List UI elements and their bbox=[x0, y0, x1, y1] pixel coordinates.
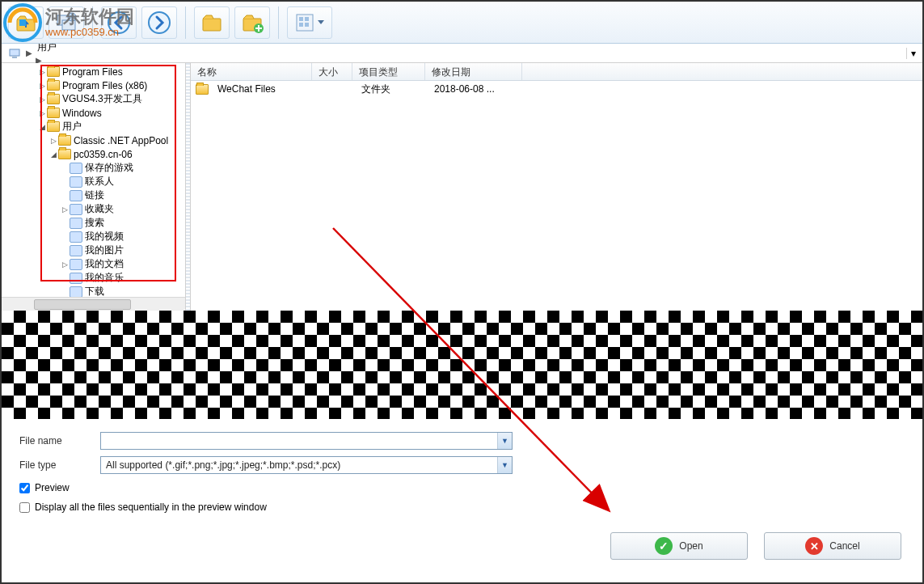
check-circle-icon bbox=[655, 537, 673, 555]
filetype-value: All supported (*.gif;*.png;*.jpg;*.jpeg;… bbox=[101, 457, 497, 473]
tree-node-label: Program Files bbox=[62, 66, 123, 78]
collapse-icon[interactable]: ◢ bbox=[49, 150, 58, 159]
nav-forward-button[interactable] bbox=[141, 6, 177, 39]
tree-node[interactable]: ▷Classic .NET AppPool bbox=[3, 133, 185, 147]
item-icon bbox=[70, 273, 82, 284]
filename-dropdown-button[interactable]: ▼ bbox=[497, 433, 512, 449]
svg-rect-15 bbox=[305, 23, 309, 27]
file-list-body: WeChat Files文件夹2018-06-08 ... bbox=[191, 81, 922, 311]
tree-node[interactable]: ▷我的文档 bbox=[3, 257, 185, 271]
tree-node[interactable]: ◢pc0359.cn-06 bbox=[3, 147, 185, 161]
column-header-name[interactable]: 名称 bbox=[191, 63, 312, 80]
cell-type: 文件夹 bbox=[355, 83, 428, 96]
main-toolbar bbox=[2, 2, 922, 44]
file-list-header: 名称大小项目类型修改日期 bbox=[191, 63, 922, 81]
up-folder-button[interactable] bbox=[8, 6, 44, 39]
cancel-button[interactable]: Cancel bbox=[764, 532, 901, 560]
expand-icon[interactable]: ▷ bbox=[60, 205, 70, 214]
folder-icon bbox=[47, 80, 60, 91]
tree-node[interactable]: 我的视频 bbox=[3, 230, 185, 243]
folder-icon bbox=[47, 66, 60, 77]
open-folder-button[interactable] bbox=[194, 6, 230, 39]
tree-node-label: 我的文档 bbox=[85, 257, 124, 271]
column-header-size[interactable]: 大小 bbox=[312, 63, 352, 80]
sequential-checkbox[interactable] bbox=[19, 502, 30, 513]
tree-node-label: VGUS4.3开发工具 bbox=[62, 92, 142, 106]
expand-icon[interactable]: ▷ bbox=[49, 137, 58, 145]
new-folder-button[interactable] bbox=[234, 6, 270, 39]
filename-input[interactable] bbox=[101, 433, 497, 449]
file-list-panel: 名称大小项目类型修改日期 WeChat Files文件夹2018-06-08 .… bbox=[191, 63, 922, 311]
tree-node[interactable]: 链接 bbox=[3, 188, 185, 202]
tree-node[interactable]: 联系人 bbox=[3, 175, 185, 188]
preview-checkbox-label[interactable]: Preview bbox=[35, 482, 70, 493]
tree-node-label: Classic .NET AppPool bbox=[74, 135, 168, 146]
back-arrow-icon bbox=[107, 11, 131, 35]
svg-rect-13 bbox=[305, 17, 309, 21]
filetype-dropdown-button[interactable]: ▼ bbox=[497, 457, 512, 473]
svg-point-7 bbox=[149, 12, 170, 33]
item-icon bbox=[70, 245, 82, 256]
tree-node[interactable]: ▷收藏夹 bbox=[3, 202, 185, 216]
view-options-icon bbox=[295, 12, 324, 33]
preview-checkerboard bbox=[2, 311, 922, 419]
tree-node[interactable]: 保存的游戏 bbox=[3, 161, 185, 175]
tree-node[interactable]: ▷Program Files bbox=[3, 65, 185, 78]
tree-node[interactable]: 我的图片 bbox=[3, 243, 185, 257]
filetype-label: File type bbox=[19, 459, 100, 471]
tree-node[interactable]: ▷VGUS4.3开发工具 bbox=[3, 92, 185, 106]
expand-icon[interactable]: ▷ bbox=[37, 109, 47, 117]
tree-node-label: 搜索 bbox=[85, 216, 104, 230]
up-folder-icon bbox=[15, 11, 37, 34]
filetype-combo[interactable]: All supported (*.gif;*.png;*.jpg;*.jpeg;… bbox=[100, 456, 513, 474]
tree-node[interactable]: ▷Program Files (x86) bbox=[3, 78, 185, 92]
folder-tree-panel: ▷Program Files▷Program Files (x86)▷VGUS4… bbox=[2, 63, 186, 311]
breadcrumb-bar: ▶ 计算机▶WIN7 (C:)▶用户▶pc0359.cn-06▶我的文档▶ ▾ bbox=[2, 44, 922, 63]
tree-node-label: 收藏夹 bbox=[85, 202, 114, 216]
svg-rect-12 bbox=[299, 17, 303, 21]
svg-rect-17 bbox=[12, 57, 17, 58]
expand-icon[interactable]: ▷ bbox=[37, 68, 47, 76]
item-icon bbox=[70, 259, 82, 270]
folder-icon bbox=[196, 84, 209, 95]
tree-node-label: 联系人 bbox=[85, 175, 114, 188]
breadcrumb-root-icon[interactable] bbox=[5, 47, 24, 60]
item-icon bbox=[70, 176, 82, 188]
svg-point-6 bbox=[108, 12, 129, 33]
tree-node[interactable]: 下载 bbox=[3, 285, 185, 297]
column-header-type[interactable]: 项目类型 bbox=[352, 63, 425, 80]
new-folder-icon bbox=[241, 11, 264, 34]
tree-node[interactable]: ▷Windows bbox=[3, 106, 185, 120]
nav-back-button[interactable] bbox=[101, 6, 137, 39]
svg-rect-4 bbox=[62, 20, 75, 30]
folder-icon bbox=[58, 135, 71, 146]
tree-node-label: 我的视频 bbox=[85, 230, 124, 243]
preview-checkbox[interactable] bbox=[19, 483, 30, 493]
tree-node[interactable]: ◢用户 bbox=[3, 120, 185, 133]
dialog-bottom-panel: File name ▼ File type All supported (*.g… bbox=[2, 419, 922, 568]
folder-icon bbox=[200, 11, 223, 34]
chevron-right-icon: ▶ bbox=[26, 49, 32, 57]
tree-node-label: 我的图片 bbox=[85, 243, 124, 257]
breadcrumb-dropdown[interactable]: ▾ bbox=[906, 48, 919, 59]
open-button[interactable]: Open bbox=[610, 532, 748, 560]
item-icon bbox=[70, 163, 82, 174]
svg-rect-16 bbox=[10, 49, 19, 56]
folder-icon bbox=[47, 108, 60, 118]
expand-icon[interactable]: ▷ bbox=[60, 260, 70, 269]
view-options-button[interactable] bbox=[287, 6, 332, 39]
expand-icon[interactable]: ▷ bbox=[37, 95, 47, 104]
tree-horizontal-scrollbar[interactable] bbox=[2, 297, 185, 311]
collapse-icon[interactable]: ◢ bbox=[37, 123, 47, 131]
sequential-checkbox-label[interactable]: Display all the files sequentially in th… bbox=[35, 501, 267, 513]
new-window-button[interactable] bbox=[49, 6, 84, 39]
column-header-date[interactable]: 修改日期 bbox=[425, 63, 522, 80]
list-item[interactable]: WeChat Files文件夹2018-06-08 ... bbox=[191, 81, 922, 97]
tree-node[interactable]: 我的音乐 bbox=[3, 271, 185, 285]
filename-combo[interactable]: ▼ bbox=[100, 432, 513, 450]
expand-icon[interactable]: ▷ bbox=[37, 82, 47, 90]
tree-node[interactable]: 搜索 bbox=[3, 216, 185, 230]
item-icon bbox=[70, 204, 82, 215]
cell-name: WeChat Files bbox=[211, 83, 314, 95]
tree-node-label: Program Files (x86) bbox=[62, 80, 147, 91]
